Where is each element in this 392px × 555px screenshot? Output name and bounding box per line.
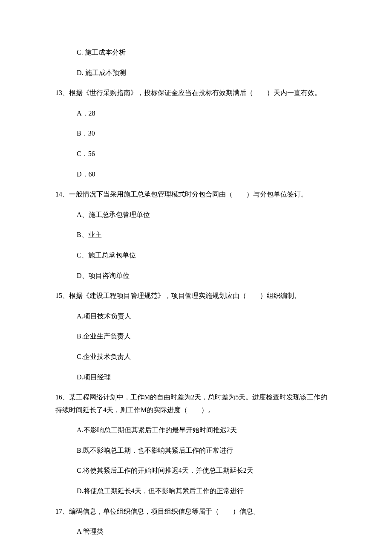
q14-option-c: C、施工总承包单位 — [77, 250, 337, 261]
q15-stem: 15、根据《建设工程项目管理规范》，项目管理实施规划应由（ ）组织编制。 — [55, 290, 337, 301]
q13-stem: 13、根据《世行采购指南》，投标保证金应当在投标有效期满后（ ）天内一直有效。 — [55, 87, 337, 98]
q15-option-d: D.项目经理 — [77, 372, 337, 383]
q14-option-a: A、施工总承包管理单位 — [77, 209, 337, 220]
q16-stem-line2: 持续时间延长了4天，则工作M的实际进度（ ）。 — [55, 405, 337, 416]
q16-option-a: A.不影响总工期但其紧后工作的最早开始时间推迟2天 — [77, 425, 337, 436]
q15-option-a: A.项目技术负责人 — [77, 311, 337, 322]
q13-option-c: C．56 — [77, 148, 337, 159]
q16-option-c: C.将使其紧后工作的开始时间推迟4天，并使总工期延长2天 — [77, 465, 337, 476]
q16-stem-line1: 16、某工程网络计划中，工作M的自由时差为2天，总时差为5天。进度检查时发现该工… — [55, 392, 337, 403]
q16-option-b: B.既不影响总工期，也不影响其紧后工作的正常进行 — [77, 445, 337, 456]
q13-option-a: A．28 — [77, 108, 337, 119]
q13-option-d: D．60 — [77, 169, 337, 180]
q14-option-d: D、项目咨询单位 — [77, 270, 337, 281]
q17-option-a: A 管理类 — [77, 526, 337, 537]
q17-stem: 17、编码信息，单位组织信息，项目组织信息等属于（ ）信息。 — [55, 506, 337, 517]
q12-option-d: D. 施工成本预测 — [77, 67, 337, 78]
q16-option-d: D.将使总工期延长4天，但不影响其紧后工作的正常进行 — [77, 486, 337, 497]
q14-stem: 14、一般情况下当采用施工总承包管理模式时分包合同由（ ）与分包单位签订。 — [55, 189, 337, 200]
q12-option-c: C. 施工成本分析 — [77, 47, 337, 58]
q13-option-b: B．30 — [77, 128, 337, 139]
q14-option-b: B、业主 — [77, 229, 337, 240]
q15-option-c: C.企业技术负责人 — [77, 351, 337, 362]
q15-option-b: B.企业生产负责人 — [77, 331, 337, 342]
